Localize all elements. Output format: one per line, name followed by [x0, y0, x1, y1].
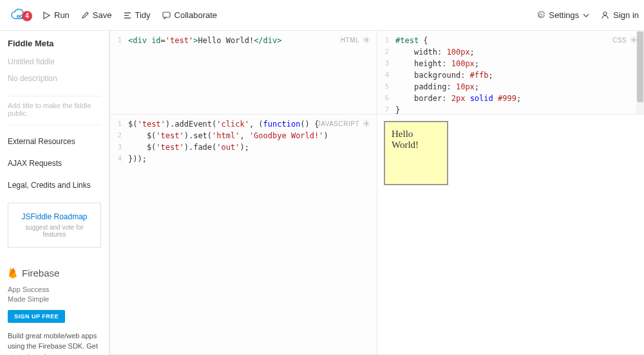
- notification-badge[interactable]: 4: [22, 11, 32, 21]
- legal-link[interactable]: Legal, Credits and Links: [8, 181, 101, 190]
- ad-description: Build great mobile/web apps using the Fi…: [8, 331, 101, 355]
- toolbar-right: Settings Sign in: [536, 10, 639, 20]
- svg-point-3: [633, 39, 635, 41]
- chat-icon: [162, 12, 171, 19]
- svg-point-1: [603, 12, 607, 15]
- html-code[interactable]: 1<div id='test'>Hello World!</div>: [110, 31, 377, 50]
- title-input[interactable]: Untitled fiddle: [8, 57, 101, 66]
- html-pane-label[interactable]: HTML: [341, 36, 370, 44]
- signin-button[interactable]: Sign in: [601, 10, 639, 20]
- logo[interactable]: 4: [5, 8, 36, 23]
- signin-label: Sign in: [613, 10, 639, 20]
- sidebar: Fiddle Meta Untitled fiddle No descripti…: [0, 31, 109, 355]
- settings-button[interactable]: Settings: [536, 10, 589, 20]
- description-input[interactable]: No description: [8, 74, 101, 83]
- result-test-div[interactable]: Hello World!: [384, 121, 448, 185]
- js-pane-label[interactable]: JAVASCRIPT: [317, 120, 370, 127]
- run-button[interactable]: Run: [43, 10, 70, 20]
- gear-icon[interactable]: [363, 120, 370, 127]
- svg-rect-0: [163, 12, 170, 17]
- gear-icon[interactable]: [363, 36, 370, 44]
- chevron-down-icon: [583, 12, 589, 19]
- html-pane[interactable]: HTML 1<div id='test'>Hello World!</div>: [109, 31, 377, 114]
- save-button[interactable]: Save: [81, 10, 112, 20]
- gear-icon: [536, 11, 545, 19]
- roadmap-sub: suggest and vote for features: [15, 224, 94, 238]
- tidy-label: Tidy: [135, 10, 151, 20]
- tidy-button[interactable]: Tidy: [124, 10, 151, 20]
- css-pane[interactable]: CSS 1#test { 2 width: 100px; 3 height: 1…: [377, 31, 644, 114]
- divider: [8, 96, 101, 96]
- ad-line1: App Success: [8, 285, 101, 295]
- toolbar: Run Save Tidy Collaborate: [43, 10, 217, 20]
- external-resources-link[interactable]: External Resources: [8, 137, 101, 146]
- header: 4 Run Save Tidy Collaborate Settings Sig…: [0, 0, 644, 31]
- javascript-pane[interactable]: JAVASCRIPT 1$('test').addEvent('click', …: [109, 114, 377, 355]
- collaborate-label: Collaborate: [175, 10, 218, 20]
- settings-label: Settings: [549, 10, 579, 20]
- save-label: Save: [93, 10, 112, 20]
- divider: [8, 125, 101, 125]
- public-note: Add title to make the fiddle public.: [8, 102, 101, 117]
- firebase-icon: [8, 266, 18, 280]
- pencil-icon: [81, 12, 89, 19]
- gear-icon[interactable]: [630, 36, 638, 44]
- ad-box[interactable]: Firebase App Success Made Simple SIGN UP…: [8, 266, 101, 355]
- fiddle-meta-heading: Fiddle Meta: [8, 39, 101, 48]
- firebase-brand: Firebase: [22, 268, 59, 278]
- run-label: Run: [54, 10, 70, 20]
- svg-point-2: [366, 39, 368, 41]
- css-pane-label[interactable]: CSS: [612, 36, 638, 44]
- roadmap-link[interactable]: JSFiddle Roadmap: [21, 212, 87, 221]
- user-icon: [601, 11, 609, 19]
- roadmap-box[interactable]: JSFiddle Roadmap suggest and vote for fe…: [8, 203, 101, 248]
- editor-grid: HTML 1<div id='test'>Hello World!</div> …: [109, 31, 644, 355]
- align-icon: [124, 12, 131, 19]
- signup-free-button[interactable]: SIGN UP FREE: [8, 310, 65, 323]
- collaborate-button[interactable]: Collaborate: [162, 10, 218, 20]
- play-icon: [43, 12, 50, 19]
- ajax-requests-link[interactable]: AJAX Requests: [8, 159, 101, 168]
- ad-line2: Made Simple: [8, 295, 101, 304]
- scrollbar-thumb[interactable]: [637, 32, 643, 102]
- result-pane[interactable]: Hello World!: [377, 114, 644, 355]
- svg-point-4: [366, 123, 368, 125]
- css-code[interactable]: 1#test { 2 width: 100px; 3 height: 100px…: [377, 31, 644, 114]
